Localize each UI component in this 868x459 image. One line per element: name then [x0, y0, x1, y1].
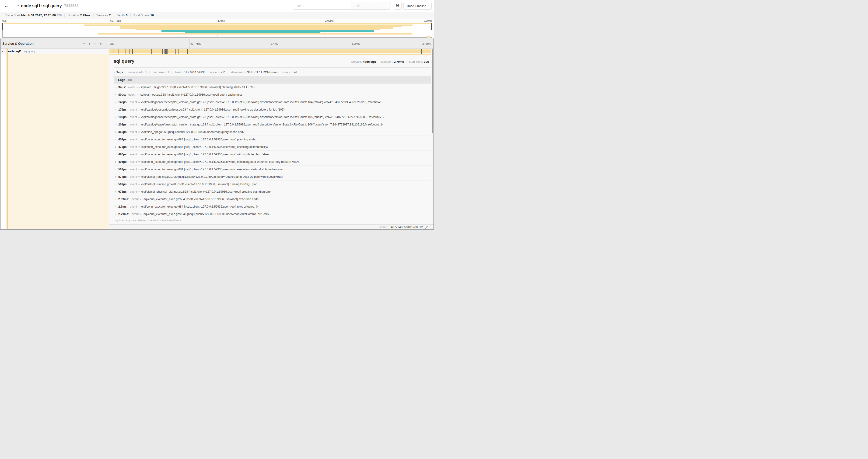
log-field-value: ‹sql/conn_executor_exec.go:2046 [nsql1,c…	[143, 212, 270, 216]
left-gutter	[0, 54, 6, 230]
log-timestamp: 574μs:	[118, 175, 128, 178]
tag-item: node=sql1	[208, 71, 228, 74]
detail-left-pane	[0, 54, 109, 230]
log-chevron-right-icon: ›	[115, 116, 116, 119]
log-entry-row[interactable]: › 34μs: event = ‹sql/exec_util.go:2297 […	[114, 84, 431, 91]
log-entry-row[interactable]: › 142μs: event = ‹sql/catalog/lease/desc…	[114, 98, 431, 106]
log-field-key: event	[128, 93, 135, 96]
log-equals: =	[138, 123, 140, 126]
minimap-tick-label: 1.4ms	[218, 19, 225, 22]
log-entry-row[interactable]: › 574μs: event = ‹sql/distsql_running.go…	[114, 173, 431, 181]
chevron-down-icon[interactable]: ›	[16, 5, 20, 6]
log-entry-row[interactable]: › 459μs: event = ‹sql/conn_executor_exec…	[114, 136, 431, 143]
log-equals: =	[138, 153, 140, 156]
collapse-one-chevron-down-icon[interactable]: ›	[82, 41, 86, 46]
log-equals: =	[136, 93, 138, 96]
log-chevron-right-icon: ›	[115, 183, 116, 186]
log-timestamp: 502μs:	[118, 168, 128, 171]
logs-accordion-header[interactable]: › Logs (18)	[114, 76, 431, 84]
trace-view-selector[interactable]: Trace Timeline ›	[403, 2, 432, 9]
ruler-gridline	[189, 39, 190, 48]
log-tick-mark	[421, 49, 422, 54]
back-button[interactable]: ←	[0, 0, 13, 12]
span-meta-item: Service:node sql1	[349, 60, 379, 63]
log-field-value: ‹sql/plan_opt.go:358 [nsql1,client=127.0…	[141, 130, 244, 134]
log-field-value: ‹sql/conn_executor_exec.go:684 [nsql1,cl…	[141, 168, 283, 171]
ruler-tick-label: 2.79ms	[422, 42, 431, 45]
log-tick-mark	[151, 49, 152, 54]
deep-link-icon[interactable]	[425, 226, 428, 229]
log-field-value: ‹sql/conn_executor_exec.go:684 [nsql1,cl…	[141, 160, 299, 163]
prev-result-chevron-up-icon[interactable]: ›	[365, 2, 368, 9]
clear-search-icon[interactable]: ×	[379, 4, 388, 8]
vertical-scrollbar-thumb[interactable]	[432, 49, 433, 133]
log-field-key: event	[132, 212, 139, 216]
log-field-key: event	[130, 160, 137, 163]
find-actions: › › ×	[351, 2, 391, 9]
log-field-key: event	[130, 175, 137, 178]
log-tick-mark	[162, 49, 163, 54]
log-entry-row[interactable]: › 366μs: event = ‹sql/plan_opt.go:358 [n…	[114, 128, 431, 136]
log-field-key: event	[130, 130, 137, 134]
log-field-value: ‹sql/exec_util.go:2297 [nsql1,client=127…	[140, 86, 254, 89]
log-equals: =	[140, 198, 142, 201]
title-bar: ← › node sql1: sql query 7418682 › › × ⌘	[0, 0, 434, 12]
log-entry-row[interactable]: › 80μs: event = ‹sql/plan_opt.go:358 [ns…	[114, 91, 431, 98]
log-tick-mark	[178, 49, 179, 54]
timeline-minimap: 0μs697.75μs1.4ms2.09ms2.79ms	[0, 19, 434, 38]
log-entry-row[interactable]: › 597μs: event = ‹sql/distsql_running.go…	[114, 181, 431, 188]
span-collapse-chevron-down-icon[interactable]: ›	[1, 51, 4, 52]
window-edge	[434, 38, 434, 230]
ruler-tick-label: 0μs	[110, 42, 114, 45]
back-arrow-icon: ←	[4, 3, 9, 9]
log-tick-mark	[166, 49, 167, 54]
log-chevron-right-icon: ›	[115, 160, 116, 163]
span-color-strip	[6, 54, 8, 230]
log-entry-row[interactable]: › 176μs: event = ‹sql/catalog/descs/desc…	[114, 106, 431, 113]
log-equals: =	[138, 175, 140, 178]
column-resize-grip[interactable]	[106, 44, 108, 47]
log-timestamps-note: Log timestamps are relative to the start…	[114, 219, 431, 222]
divider	[114, 67, 431, 68]
log-timestamp: 2.79ms:	[118, 212, 129, 216]
logs-chevron-down-icon[interactable]: ›	[114, 79, 117, 80]
log-entry-row[interactable]: › 201μs: event = ‹sql/catalog/lease/desc…	[114, 121, 431, 128]
log-entry-row[interactable]: › 2.79ms: event = ‹sql/conn_executor_exe…	[114, 210, 431, 218]
span-row-bar-cell[interactable]	[109, 48, 434, 54]
minimap-canvas[interactable]	[2, 23, 432, 38]
log-entry-row[interactable]: › 495μs: event = ‹sql/conn_executor_exec…	[114, 158, 431, 166]
log-tick-mark	[164, 49, 164, 54]
log-entry-row[interactable]: › 189μs: event = ‹sql/catalog/lease/desc…	[114, 113, 431, 121]
log-equals: =	[138, 108, 140, 111]
log-entry-row[interactable]: › 502μs: event = ‹sql/conn_executor_exec…	[114, 166, 431, 173]
log-field-value: ‹sql/distsql_physical_planner.go:828 [ns…	[141, 190, 271, 193]
log-field-key: event	[130, 101, 137, 104]
expand-all-double-chevron-right-icon[interactable]: »	[98, 42, 103, 45]
minimap-left-handle[interactable]	[2, 23, 3, 30]
minimap-right-handle[interactable]	[431, 23, 432, 30]
focus-target-icon[interactable]	[354, 4, 363, 7]
expand-one-chevron-right-icon[interactable]: ›	[87, 42, 92, 45]
tag-item: client=127.0.0.1:59936	[171, 71, 208, 74]
trace-title-group: › node sql1: sql query 7418682	[17, 3, 293, 8]
tags-accordion[interactable]: › Tags: _unfinished=1 _verbose=1 client=…	[114, 69, 431, 75]
span-service-name: node sql1	[7, 50, 22, 53]
collapse-all-double-chevron-down-icon[interactable]: »	[93, 41, 97, 46]
span-detail-meta: Service:node sql1 Duration:2.79ms Start …	[349, 60, 431, 63]
log-field-key: event	[130, 183, 137, 186]
log-entry-row[interactable]: › 2.7ms: event = ‹sql/conn_executor_exec…	[114, 203, 431, 210]
keyboard-shortcuts-button[interactable]: ⌘	[394, 2, 402, 9]
log-entry-row[interactable]: › 486μs: event = ‹sql/conn_executor_exec…	[114, 151, 431, 158]
span-row[interactable]: › node sql1 sql query	[0, 48, 434, 54]
tags-chevron-right-icon[interactable]: ›	[114, 71, 115, 74]
detail-area: sql query Service:node sql1 Duration:2.7…	[0, 54, 434, 230]
next-result-chevron-down-icon[interactable]: ›	[373, 2, 377, 9]
span-row-name-cell[interactable]: › node sql1 sql query	[0, 48, 109, 54]
search-input[interactable]	[293, 2, 351, 9]
log-chevron-right-icon: ›	[115, 145, 116, 149]
log-entry-row[interactable]: › 678μs: event = ‹sql/distsql_physical_p…	[114, 188, 431, 195]
log-entry-row[interactable]: › 2.69ms: event = ‹sql/conn_executor_exe…	[114, 195, 431, 203]
log-timestamp: 189μs:	[118, 116, 128, 119]
log-entry-row[interactable]: › 476μs: event = ‹sql/conn_executor_exec…	[114, 143, 431, 151]
minimap-span-bar	[120, 26, 402, 27]
